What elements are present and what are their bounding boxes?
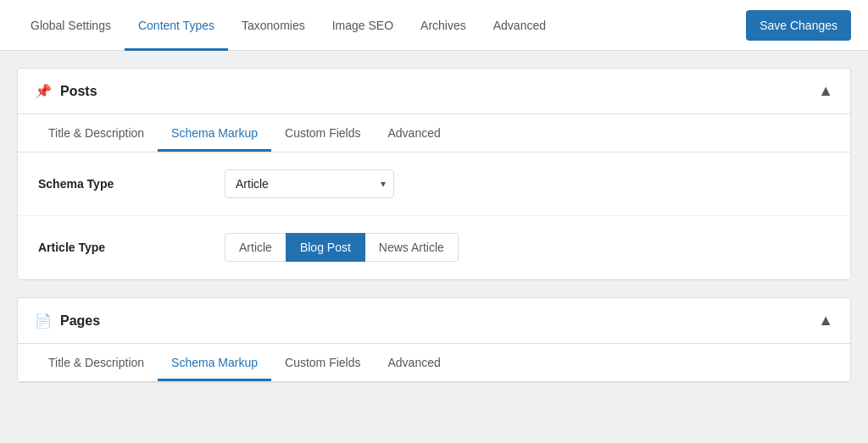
pages-tab-schema-markup[interactable]: Schema Markup [158, 344, 271, 381]
pages-tab-advanced[interactable]: Advanced [374, 344, 453, 381]
article-type-article-button[interactable]: Article [225, 233, 287, 262]
top-navigation: Global Settings Content Types Taxonomies… [0, 0, 868, 51]
pin-icon: 📌 [35, 83, 52, 99]
pages-tabs: Title & Description Schema Markup Custom… [18, 344, 850, 382]
nav-item-advanced[interactable]: Advanced [480, 0, 559, 51]
nav-item-content-types[interactable]: Content Types [125, 0, 228, 51]
posts-card-header: 📌 Posts ▲ [18, 69, 850, 114]
posts-tab-custom-fields[interactable]: Custom Fields [271, 114, 374, 152]
schema-type-row: Schema Type Article BlogPosting NewsArti… [18, 152, 850, 216]
posts-tab-content: Schema Type Article BlogPosting NewsArti… [18, 152, 850, 280]
pages-header-left: 📄 Pages [35, 313, 100, 329]
nav-items: Global Settings Content Types Taxonomies… [17, 0, 746, 51]
article-type-blog-post-button[interactable]: Blog Post [286, 233, 365, 262]
posts-collapse-icon[interactable]: ▲ [818, 82, 833, 100]
nav-item-taxonomies[interactable]: Taxonomies [228, 0, 319, 51]
main-content: 📌 Posts ▲ Title & Description Schema Mar… [0, 51, 868, 417]
article-type-control: Article Blog Post News Article [225, 233, 830, 262]
schema-type-select-wrapper: Article BlogPosting NewsArticle None ▾ [225, 169, 394, 198]
posts-card: 📌 Posts ▲ Title & Description Schema Mar… [17, 68, 851, 280]
pages-card-title: Pages [60, 313, 100, 329]
posts-header-left: 📌 Posts [35, 83, 97, 99]
schema-type-label: Schema Type [38, 177, 225, 191]
article-type-row: Article Type Article Blog Post News Arti… [18, 216, 850, 280]
article-type-button-group: Article Blog Post News Article [225, 233, 830, 262]
nav-item-image-seo[interactable]: Image SEO [319, 0, 407, 51]
schema-type-control: Article BlogPosting NewsArticle None ▾ [225, 169, 830, 198]
posts-tab-schema-markup[interactable]: Schema Markup [158, 114, 271, 152]
posts-card-title: Posts [60, 84, 97, 99]
article-type-news-article-button[interactable]: News Article [364, 233, 459, 262]
posts-tab-title-description[interactable]: Title & Description [35, 114, 158, 152]
pages-tab-title-description[interactable]: Title & Description [35, 344, 158, 381]
save-changes-button[interactable]: Save Changes [746, 10, 851, 41]
nav-item-archives[interactable]: Archives [407, 0, 480, 51]
posts-tab-advanced[interactable]: Advanced [374, 114, 453, 152]
posts-tabs: Title & Description Schema Markup Custom… [18, 114, 850, 152]
article-type-label: Article Type [38, 241, 225, 254]
pages-card-header: 📄 Pages ▲ [18, 298, 850, 344]
pages-collapse-icon[interactable]: ▲ [818, 312, 833, 329]
nav-item-global-settings[interactable]: Global Settings [17, 0, 125, 51]
pages-card: 📄 Pages ▲ Title & Description Schema Mar… [17, 297, 851, 383]
pages-icon: 📄 [35, 313, 52, 329]
schema-type-select[interactable]: Article BlogPosting NewsArticle None [225, 169, 394, 198]
pages-tab-custom-fields[interactable]: Custom Fields [271, 344, 374, 381]
